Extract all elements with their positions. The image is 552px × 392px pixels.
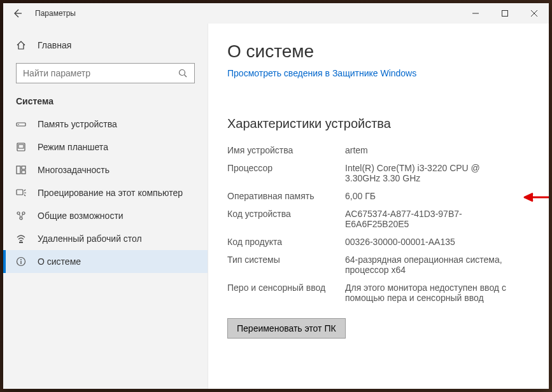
sidebar-item-label: Многозадачность [38,165,110,175]
back-button[interactable] [12,8,22,18]
spec-value: 6,00 ГБ [345,191,511,201]
search-icon [178,68,188,78]
spec-value: Intel(R) Core(TM) i3-3220 CPU @ 3.30GHz … [345,163,511,183]
sidebar-item-tablet[interactable]: Режим планшета [3,136,208,158]
spec-row: Код устройстваAC675374-A877-41D3-97B7-E6… [227,209,530,229]
sidebar-item-label: О системе [38,256,81,267]
remote-icon [16,234,26,244]
rename-pc-button[interactable]: Переименовать этот ПК [227,318,346,339]
tablet-icon [16,142,26,152]
close-button[interactable] [520,3,549,24]
sidebar-item-label: Проецирование на этот компьютер [38,188,183,198]
svg-point-12 [20,217,22,220]
window-title: Параметры [35,9,76,18]
nav-list: Память устройстваРежим планшетаМногозада… [3,113,208,273]
sidebar-item-remote[interactable]: Удаленный рабочий стол [3,227,208,250]
svg-rect-8 [22,171,25,174]
annotation-arrow-icon [523,192,549,202]
maximize-button[interactable] [490,3,520,24]
spec-label: Оперативная память [227,191,345,201]
multitask-icon [16,165,26,175]
svg-point-10 [17,212,20,214]
minimize-button[interactable] [461,3,490,24]
home-icon [16,40,26,50]
spec-row: Перо и сенсорный вводДля этого монитора … [227,283,530,303]
about-icon [16,256,26,267]
sidebar-item-multitask[interactable]: Многозадачность [3,158,208,181]
storage-icon [16,119,26,129]
specs-section-title: Характеристики устройства [227,116,530,131]
content-area: О системе Просмотреть сведения в Защитни… [208,24,549,389]
svg-rect-2 [17,123,25,126]
sidebar-item-project[interactable]: Проецирование на этот компьютер [3,181,208,204]
page-title: О системе [227,41,530,62]
spec-label: Процессор [227,163,345,183]
home-label: Главная [38,40,71,50]
home-button[interactable]: Главная [3,35,208,55]
spec-label: Имя устройства [227,145,345,155]
spec-label: Код продукта [227,237,345,247]
sidebar-item-label: Общие возможности [38,211,124,221]
spec-row: Оперативная память6,00 ГБ [227,191,530,201]
search-box[interactable] [16,63,195,83]
search-input[interactable] [23,68,178,78]
svg-rect-13 [19,242,23,243]
project-icon [16,188,26,198]
settings-window: Параметры Главная [3,3,549,389]
spec-label: Перо и сенсорный ввод [227,283,345,303]
svg-point-11 [22,212,25,214]
sidebar-item-label: Память устройства [38,119,117,129]
titlebar-left: Параметры [3,8,76,18]
spec-row: ПроцессорIntel(R) Core(TM) i3-3220 CPU @… [227,163,530,183]
sidebar-item-label: Удаленный рабочий стол [38,234,142,244]
svg-point-1 [180,70,185,76]
spec-row: Тип системы64-разрядная операционная сис… [227,255,530,275]
spec-row: Код продукта00326-30000-00001-AA135 [227,237,530,247]
body: Главная Система Память устройстваРежим п… [3,24,549,389]
spec-value: AC675374-A877-41D3-97B7-E6A6F25B20E5 [345,209,511,229]
spec-label: Тип системы [227,255,345,275]
sidebar-item-shared[interactable]: Общие возможности [3,204,208,227]
spec-table: Имя устройстваartemПроцессорIntel(R) Cor… [227,145,530,303]
svg-rect-5 [18,144,24,148]
shared-icon [16,211,26,221]
spec-label: Код устройства [227,209,345,229]
svg-point-3 [18,124,19,125]
spec-value: Для этого монитора недоступен ввод с пом… [345,283,511,303]
defender-link[interactable]: Просмотреть сведения в Защитнике Windows [227,68,530,78]
svg-rect-7 [22,166,25,169]
sidebar-item-storage[interactable]: Память устройства [3,113,208,136]
spec-value: 64-разрядная операционная система, проце… [345,255,511,275]
svg-rect-0 [502,11,508,17]
sidebar: Главная Система Память устройстваРежим п… [3,24,208,389]
sidebar-item-label: Режим планшета [38,142,108,152]
spec-value: artem [345,145,511,155]
svg-point-15 [20,259,22,260]
spec-value: 00326-30000-00001-AA135 [345,237,511,247]
svg-rect-9 [17,190,23,195]
titlebar: Параметры [3,3,549,24]
svg-rect-6 [17,166,20,174]
spec-row: Имя устройстваartem [227,145,530,155]
sidebar-item-about[interactable]: О системе [3,250,208,273]
window-controls [461,3,549,24]
category-header: Система [3,96,208,113]
